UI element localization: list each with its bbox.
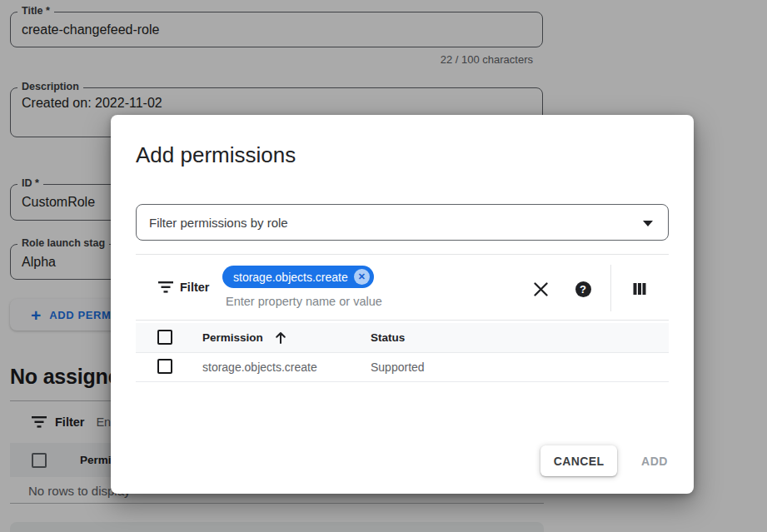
permission-cell: storage.objects.create [202, 353, 317, 382]
filter-label: Filter [180, 281, 209, 294]
cancel-button[interactable]: CANCEL [540, 445, 617, 476]
close-icon [534, 282, 548, 296]
toolbar-divider [610, 265, 611, 311]
filter-chip[interactable]: storage.objects.create ✕ [222, 266, 374, 288]
help-icon: ? [575, 281, 591, 297]
filter-permissions-by-role-select[interactable]: Filter permissions by role [136, 204, 669, 241]
chip-remove-icon[interactable]: ✕ [354, 269, 370, 285]
dialog-title: Add permissions [136, 142, 296, 168]
row-checkbox[interactable] [157, 359, 172, 374]
permission-table-row[interactable]: storage.objects.create Supported [136, 353, 669, 382]
select-all-checkbox[interactable] [157, 330, 172, 345]
sort-ascending-icon[interactable] [274, 331, 287, 345]
status-column-header[interactable]: Status [371, 323, 405, 353]
clear-filters-button[interactable] [530, 279, 550, 299]
filter-chip-value: storage.objects.create [233, 271, 348, 284]
status-cell: Supported [371, 353, 425, 382]
column-display-options-button[interactable] [630, 279, 650, 299]
permissions-table-header: Permission Status [136, 323, 669, 353]
role-select-placeholder: Filter permissions by role [137, 216, 288, 230]
add-button[interactable]: ADD [631, 445, 678, 476]
help-button[interactable]: ? [573, 279, 593, 299]
filter-button[interactable]: Filter [158, 281, 209, 294]
filter-icon [158, 281, 173, 293]
chevron-down-icon [643, 221, 653, 226]
permissions-filter-toolbar: Filter storage.objects.create ✕ Enter pr… [136, 254, 669, 321]
filter-input[interactable]: Enter property name or value [226, 295, 382, 308]
columns-icon [633, 282, 646, 296]
permission-column-header[interactable]: Permission [202, 323, 263, 353]
add-permissions-dialog: Add permissions Filter permissions by ro… [111, 115, 694, 494]
